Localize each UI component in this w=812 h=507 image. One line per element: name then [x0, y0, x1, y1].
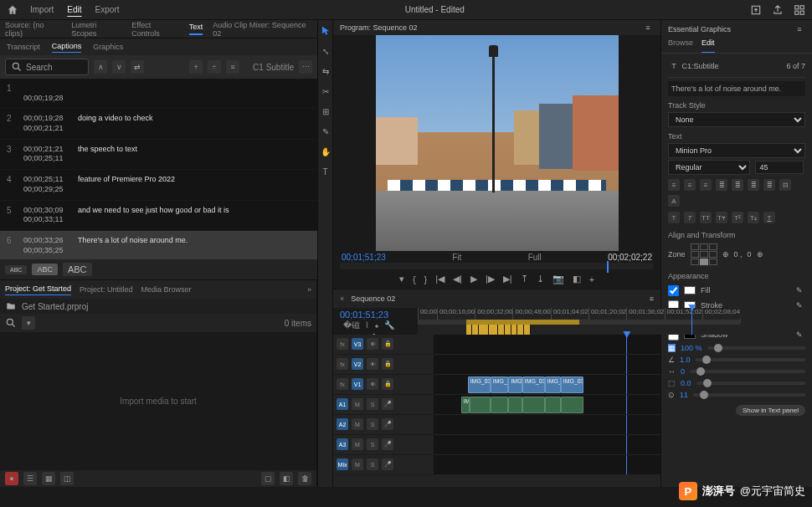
font-select[interactable]: Minion Pro — [668, 143, 805, 158]
caption-segment[interactable] — [517, 325, 524, 335]
underline-icon[interactable]: T — [763, 212, 775, 223]
angle-icon[interactable]: ∠ — [668, 356, 675, 364]
distance-icon[interactable]: ↔ — [668, 367, 676, 376]
new-item-icon[interactable]: ◧ — [280, 472, 293, 485]
caption-row[interactable]: 300;00;21;2100;00;25;11the speech to tex… — [0, 140, 317, 170]
video-track-header[interactable]: fxV1👁🔒 — [333, 375, 434, 395]
caption-row[interactable]: 400;00;25;1100;00;29;25feature of Premie… — [0, 170, 317, 200]
workspace-icon[interactable] — [794, 4, 805, 16]
style-abc-small[interactable]: ABC — [5, 265, 27, 274]
tab-media-browser[interactable]: Media Browser — [141, 285, 192, 294]
snap-icon[interactable]: �磁 — [343, 320, 360, 331]
align-center-icon[interactable]: ≡ — [684, 179, 696, 191]
justify-icon[interactable]: ≣ — [716, 179, 727, 191]
panel-menu-icon[interactable]: ≡ — [642, 22, 654, 33]
audio-clip[interactable] — [491, 397, 509, 413]
type-tool-icon[interactable]: T — [320, 166, 331, 177]
panel-menu-icon[interactable]: ≡ — [650, 294, 654, 303]
add-marker-icon[interactable]: ▾ — [399, 274, 404, 284]
caption-row[interactable]: 200;00;19;2800;00;21;21doing a video to … — [0, 109, 317, 139]
step-fwd-icon[interactable]: |▶ — [486, 274, 495, 284]
viewer-scrubber[interactable] — [340, 263, 654, 269]
prev-button[interactable]: ∧ — [94, 60, 107, 74]
caption-segment[interactable] — [505, 325, 511, 335]
audio-track-header[interactable]: A1MS🎤 — [333, 395, 434, 415]
mark-out-icon[interactable]: } — [424, 274, 428, 284]
style-abc-med[interactable]: ABC — [32, 264, 58, 275]
panel-menu-icon[interactable]: » — [307, 285, 311, 294]
caption-segment[interactable] — [479, 325, 489, 335]
weight-select[interactable]: Regular — [668, 160, 750, 175]
timeline-scrollbar[interactable] — [333, 475, 660, 487]
program-viewer[interactable] — [333, 35, 660, 251]
split-caption-button[interactable]: ÷ — [208, 60, 221, 74]
show-in-text-button[interactable]: Show in Text panel — [736, 405, 805, 416]
caption-segment[interactable] — [498, 325, 505, 335]
record-icon[interactable]: ● — [5, 472, 18, 485]
video-lane[interactable] — [434, 355, 660, 375]
video-lane[interactable]: IMG_0369.MOVIMG_0370.movIMG_037IMG_0380.… — [434, 375, 660, 395]
home-icon[interactable] — [7, 4, 18, 16]
position-x-icon[interactable]: ⊕ — [722, 250, 729, 259]
search-input[interactable]: Search — [5, 59, 89, 75]
tab-project-getstarted[interactable]: Project: Get Started — [5, 284, 71, 295]
caption-segment[interactable] — [466, 325, 473, 335]
icon-view-icon[interactable]: ▦ — [42, 472, 55, 485]
caption-segment[interactable] — [511, 325, 518, 335]
tab-effect-controls[interactable]: Effect Controls — [131, 21, 179, 38]
export-frame-icon[interactable]: 📷 — [552, 274, 564, 284]
blur-slider[interactable] — [693, 393, 805, 397]
track-style-select[interactable]: None — [668, 112, 805, 127]
tab-import[interactable]: Import — [30, 5, 54, 14]
caption-row[interactable]: 600;00;33;2600;00;35;25There's a lot of … — [0, 231, 317, 259]
sequence-name[interactable]: Sequence 02 — [351, 294, 395, 303]
opacity-icon[interactable]: ▦ — [668, 344, 676, 352]
share-icon[interactable] — [772, 4, 784, 16]
ripple-tool-icon[interactable]: ⇆ — [320, 65, 331, 77]
video-track-header[interactable]: fxV2👁🔒 — [333, 355, 434, 375]
video-clip[interactable]: IMG_0370.mov — [491, 376, 509, 393]
out-timecode[interactable]: 00;02;02;22 — [608, 253, 652, 262]
mark-in-icon[interactable]: { — [413, 274, 416, 284]
settings-icon[interactable]: + — [589, 274, 594, 284]
tracking-icon[interactable]: ⊟ — [779, 179, 791, 191]
track-lanes[interactable]: IMG_0369.MOVIMG_0370.movIMG_037IMG_0380.… — [434, 335, 660, 475]
merge-caption-button[interactable]: ≡ — [226, 60, 239, 74]
video-clip[interactable]: IMG_0403.m — [545, 376, 561, 393]
caption-row[interactable]: 500;00;30;0900;00;33;11and we need to se… — [0, 201, 317, 231]
playhead[interactable] — [691, 308, 692, 335]
panel-menu-icon[interactable]: ≡ — [794, 23, 805, 35]
in-timecode[interactable]: 00;01;51;23 — [342, 253, 386, 262]
lift-icon[interactable]: ⤒ — [521, 274, 528, 284]
size-slider[interactable] — [696, 382, 805, 385]
subscript-icon[interactable]: T₂ — [748, 212, 759, 223]
style-abc-large[interactable]: ABC — [63, 263, 92, 276]
project-empty-area[interactable]: Import media to start — [0, 332, 316, 470]
subtab-transcript[interactable]: Transcript — [7, 43, 40, 51]
tab-source[interactable]: Source: (no clips) — [5, 21, 61, 38]
justify-last-right-icon[interactable]: ≣ — [748, 179, 759, 191]
align-right-icon[interactable]: ≡ — [700, 179, 712, 191]
audio-clip[interactable] — [508, 397, 522, 413]
razor-tool-icon[interactable]: ✂ — [320, 85, 331, 97]
opacity-slider[interactable] — [707, 346, 805, 350]
search-icon[interactable] — [5, 317, 17, 329]
caption-row[interactable]: 100;00;19;28 — [0, 79, 317, 109]
subtitle-item[interactable]: C1:Subtitle — [682, 62, 719, 70]
caption-segment[interactable] — [489, 325, 499, 335]
position-y-icon[interactable]: ⊕ — [757, 250, 763, 259]
audio-track-header[interactable]: A3MS🎤 — [333, 435, 434, 455]
step-back-icon[interactable]: ◀| — [453, 274, 462, 284]
video-clip[interactable]: IMG_0369.MOV — [468, 376, 491, 393]
eg-tab-browse[interactable]: Browse — [668, 38, 693, 53]
marker-icon[interactable]: ⬥ — [374, 320, 379, 330]
compare-icon[interactable]: ◧ — [573, 274, 581, 284]
audio-clip[interactable] — [522, 397, 545, 413]
fill-swatch[interactable] — [684, 286, 696, 294]
selection-tool-icon[interactable] — [320, 25, 331, 37]
opacity-value[interactable]: 100 % — [681, 344, 702, 352]
distance-slider[interactable] — [690, 370, 805, 373]
caption-segment[interactable] — [524, 325, 531, 335]
delete-icon[interactable]: 🗑 — [298, 472, 311, 485]
next-button[interactable]: ∨ — [112, 60, 126, 74]
